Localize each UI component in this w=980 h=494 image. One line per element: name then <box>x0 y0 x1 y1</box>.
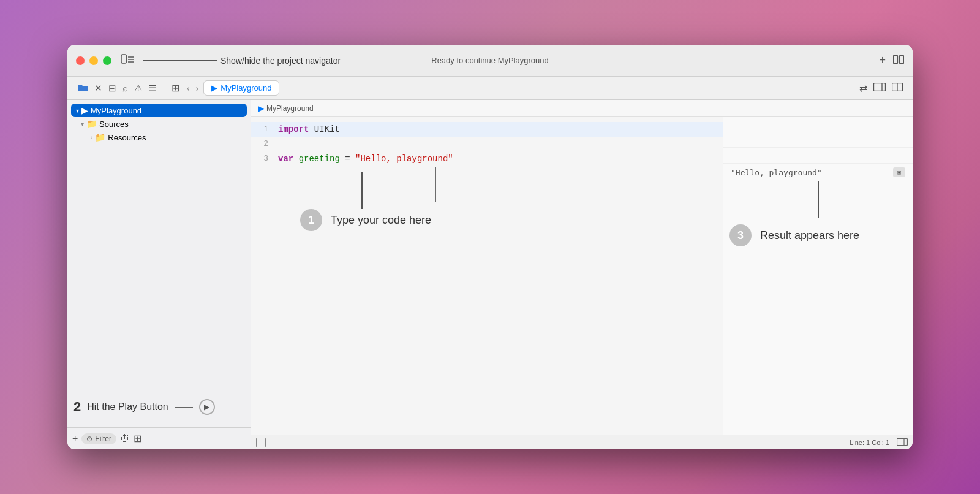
toolbar-tab-area: ⊞ ‹ › ▶ MyPlayground <box>167 80 859 96</box>
checkbox-run[interactable] <box>256 438 266 447</box>
warning-icon[interactable]: ⊟ <box>108 83 116 94</box>
callout-1: 1 Type your code here <box>300 209 431 231</box>
chevron-resources: › <box>91 134 92 141</box>
main-window: Show/hide the project navigator Ready to… <box>67 45 913 449</box>
code-line-2: 2 <box>251 137 723 151</box>
split-view-icon[interactable] <box>892 83 903 94</box>
callout-1-text: Type your code here <box>331 214 431 227</box>
ident-greeting: greeting <box>299 154 340 164</box>
breadcrumb-icon: ▶ <box>258 104 264 113</box>
sidebar-tree: ▾ ▶ MyPlayground ▾ 📁 Sources › 📁 Resourc… <box>67 100 251 387</box>
sidebar-resources-label: Resources <box>108 133 146 142</box>
editor-area: ▶ MyPlayground 1 import UIKit <box>251 100 913 449</box>
nav-back-button[interactable]: ‹ <box>184 82 192 94</box>
callout-1-num: 1 <box>300 209 322 231</box>
nav-arrows: ‹ › <box>184 82 201 94</box>
callout-2-line <box>175 407 193 408</box>
results-lower: 3 Result appears here <box>723 181 913 435</box>
statusbar-right: Line: 1 Col: 1 <box>850 438 908 447</box>
toolbar: ✕ ⊟ ⌕ ⚠ ☰ ⊞ ‹ › ▶ MyPlayground ⇄ <box>67 77 913 100</box>
code-editor[interactable]: 1 import UIKit 2 3 <box>251 117 723 435</box>
main-content: ▾ ▶ MyPlayground ▾ 📁 Sources › 📁 Resourc… <box>67 100 913 449</box>
breadcrumb-bar: ▶ MyPlayground <box>251 100 913 117</box>
add-tab-button[interactable]: + <box>879 54 886 67</box>
svg-rect-11 <box>897 438 908 445</box>
sidebar-toggle-button[interactable] <box>121 54 135 67</box>
svg-rect-7 <box>874 83 886 91</box>
traffic-lights <box>76 56 111 65</box>
callout-1-line <box>361 172 363 209</box>
chevron-myplayground: ▾ <box>76 107 79 114</box>
svg-rect-5 <box>894 55 898 63</box>
cursor-line <box>435 167 436 202</box>
svg-rect-0 <box>121 55 126 63</box>
playground-tab[interactable]: ▶ MyPlayground <box>203 80 279 96</box>
refresh-icon[interactable]: ⇄ <box>859 82 867 94</box>
code-line-1: 1 import UIKit <box>251 122 723 137</box>
result-value-3: "Hello, playground" <box>731 168 822 177</box>
result-row-3: "Hello, playground" ▣ <box>723 164 913 181</box>
line-number-2: 2 <box>251 137 276 151</box>
folder-icon[interactable] <box>77 83 88 94</box>
add-file-button[interactable]: + <box>72 433 78 444</box>
assign-op: = <box>345 154 355 164</box>
add-group-button[interactable]: ⊞ <box>134 433 141 444</box>
callout-3-text: Result appears here <box>760 229 859 242</box>
ident-uikit: UIKit <box>314 124 340 134</box>
line-number-1: 1 <box>251 122 276 137</box>
sidebar-item-myplayground[interactable]: ▾ ▶ MyPlayground <box>71 104 247 117</box>
string-value: "Hello, playground" <box>355 154 453 164</box>
titlebar: Show/hide the project navigator Ready to… <box>67 45 913 77</box>
alert-icon[interactable]: ⚠ <box>134 83 142 94</box>
maximize-button[interactable] <box>103 56 111 65</box>
tab-playground-label: MyPlayground <box>221 83 271 93</box>
tab-playground-icon: ▶ <box>211 83 217 93</box>
close-button[interactable] <box>76 56 85 65</box>
panel-toggle-icon[interactable] <box>873 83 886 94</box>
results-panel: "Hello, playground" ▣ 3 Result appears h… <box>723 117 913 435</box>
split-editor-button[interactable] <box>893 55 904 66</box>
error-icon[interactable]: ✕ <box>94 83 102 94</box>
callout-3-num: 3 <box>729 224 752 246</box>
chevron-sources: ▾ <box>81 121 84 127</box>
search-icon[interactable]: ⌕ <box>123 83 128 93</box>
minimize-button[interactable] <box>89 56 98 65</box>
line-number-3: 3 <box>251 151 276 166</box>
breadcrumb-label: MyPlayground <box>266 104 314 113</box>
toolbar-left: ✕ ⊟ ⌕ ⚠ ☰ <box>72 83 161 94</box>
statusbar-left <box>256 438 266 447</box>
history-button[interactable]: ⏱ <box>120 433 130 444</box>
run-button[interactable]: ▶ <box>199 399 215 415</box>
result-row-2 <box>723 148 913 164</box>
sources-folder-icon: 📁 <box>86 119 97 129</box>
sidebar-myplayground-label: MyPlayground <box>91 106 141 115</box>
grid-icon[interactable]: ⊞ <box>172 82 179 94</box>
doc-icon[interactable]: ☰ <box>148 83 156 94</box>
result-eye-button[interactable]: ▣ <box>893 167 905 177</box>
sidebar-item-resources[interactable]: › 📁 Resources <box>67 131 251 144</box>
resources-folder-icon: 📁 <box>95 132 105 142</box>
code-content-3: var greeting = "Hello, playground" <box>276 151 723 166</box>
code-line-3: 3 var greeting = "Hello, playground" <box>251 151 723 166</box>
nav-forward-button[interactable]: › <box>194 82 202 94</box>
toolbar-divider <box>164 82 164 94</box>
callout-3: 3 Result appears here <box>729 224 859 246</box>
callout-2-num: 2 <box>74 399 81 415</box>
toolbar-right: ⇄ <box>859 82 908 94</box>
keyword-import: import <box>278 124 309 134</box>
annotation-line <box>143 60 217 61</box>
statusbar: Line: 1 Col: 1 <box>251 435 913 449</box>
window-status: Ready to continue MyPlayground <box>431 56 549 65</box>
filter-label: Filter <box>95 435 111 443</box>
callout-2: 2 Hit the Play Button ▶ <box>74 399 244 415</box>
sidebar-sources-label: Sources <box>99 120 129 129</box>
titlebar-label: Show/hide the project navigator <box>221 56 341 66</box>
callout-2-text: Hit the Play Button <box>87 401 168 412</box>
filter-pill[interactable]: ⊙ Filter <box>81 433 116 444</box>
sidebar-item-sources[interactable]: ▾ 📁 Sources <box>67 117 251 131</box>
statusbar-panel-icon[interactable] <box>897 438 908 447</box>
keyword-var: var <box>278 154 293 164</box>
result-spacer-1 <box>723 117 913 132</box>
editor-wrapper: 1 import UIKit 2 3 <box>251 117 913 435</box>
sidebar: ▾ ▶ MyPlayground ▾ 📁 Sources › 📁 Resourc… <box>67 100 251 449</box>
